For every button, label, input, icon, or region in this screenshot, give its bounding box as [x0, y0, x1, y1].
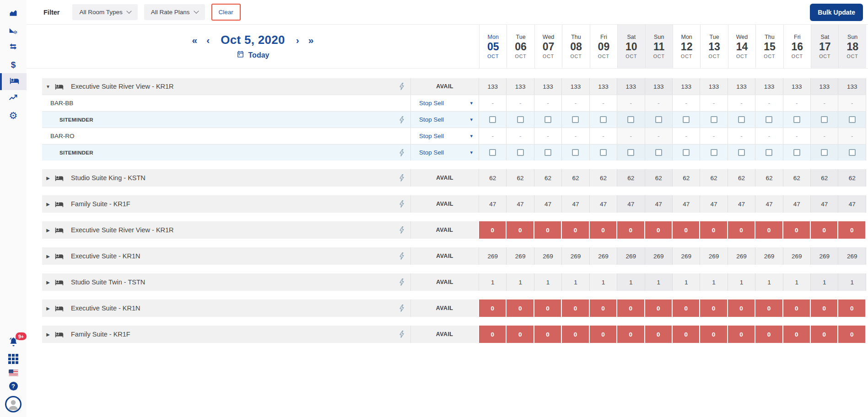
availability-checkbox[interactable] [627, 116, 634, 123]
room-group-row[interactable]: ▶Executive Suite - KR1NAVAIL000000000000… [42, 299, 866, 317]
availability-checkbox[interactable] [793, 116, 800, 123]
current-date[interactable]: Oct 5, 2020 [221, 33, 285, 47]
sidebar-item-trends[interactable] [0, 90, 27, 107]
dash-cell: - [645, 128, 673, 144]
stop-sell-dropdown[interactable]: Stop Sell▾ [410, 144, 479, 160]
bulk-update-button[interactable]: Bulk Update [810, 4, 863, 21]
availability-checkbox[interactable] [517, 116, 524, 123]
expand-caret-icon[interactable]: ▶ [44, 306, 52, 311]
room-type-block: ▶Executive Suite River View - KR1RAVAIL0… [42, 221, 866, 239]
availability-checkbox[interactable] [655, 149, 662, 156]
availability-checkbox[interactable] [738, 149, 745, 156]
availability-checkbox[interactable] [849, 116, 856, 123]
user-avatar[interactable] [5, 396, 22, 412]
stop-sell-dropdown[interactable]: Stop Sell▾ [410, 112, 479, 128]
sidebar-item-rooms[interactable] [0, 73, 27, 90]
avail-value-cell: 133 [534, 78, 562, 95]
avail-value-cell: 0 [562, 221, 589, 239]
avail-value-cell: 0 [645, 299, 673, 317]
day-column-header: Sun11OCT [645, 25, 673, 68]
room-group-row[interactable]: ▼Executive Suite River View - KR1RAVAIL1… [42, 78, 866, 95]
availability-checkbox[interactable] [545, 116, 551, 123]
room-group-row[interactable]: ▶Studio Suite Twin - TSTNAVAIL1111111111… [42, 273, 866, 291]
apps-grid-button[interactable] [8, 354, 18, 364]
availability-checkbox[interactable] [683, 116, 690, 123]
notifications-button[interactable]: 9+ [7, 337, 19, 348]
availability-checkbox[interactable] [711, 116, 717, 123]
avail-value-cell: 0 [673, 299, 700, 317]
sidebar-item-analytics[interactable] [0, 22, 27, 39]
today-button[interactable]: Today [237, 50, 270, 60]
day-column-header: Tue06OCT [507, 25, 534, 68]
avail-value-cell: 133 [728, 78, 755, 95]
availability-checkbox[interactable] [517, 149, 524, 156]
avail-value-cell: 62 [811, 169, 838, 187]
sidebar-item-dashboard[interactable] [0, 5, 27, 22]
prev-arrow[interactable]: ‹ [202, 35, 214, 45]
stop-sell-dropdown[interactable]: Stop Sell▾ [410, 95, 479, 111]
room-group-row[interactable]: ▶Studio Suite King - KSTNAVAIL6262626262… [42, 169, 866, 187]
sidebar-item-rates[interactable]: $ [0, 56, 27, 73]
checkbox-cell [479, 144, 507, 160]
avail-value-cell: 0 [590, 299, 617, 317]
sidebar-nav: $ ⚙ [0, 0, 27, 124]
day-number: 09 [598, 41, 610, 53]
avail-value-cell: 0 [811, 326, 838, 343]
expand-caret-icon[interactable]: ▶ [44, 176, 52, 181]
checkbox-cell [755, 144, 783, 160]
language-flag-button[interactable] [9, 369, 18, 376]
dash-cell: - [534, 95, 562, 111]
availability-checkbox[interactable] [572, 116, 579, 123]
room-group-row[interactable]: ▶Family Suite - KR1FAVAIL00000000000000 [42, 326, 866, 343]
avail-value-cell: 62 [617, 169, 645, 187]
day-month: OCT [598, 53, 609, 59]
availability-checkbox[interactable] [572, 149, 579, 156]
availability-checkbox[interactable] [600, 116, 607, 123]
stop-sell-dropdown[interactable]: Stop Sell▾ [410, 128, 479, 144]
availability-checkbox[interactable] [821, 149, 828, 156]
availability-checkbox[interactable] [545, 149, 551, 156]
expand-caret-icon[interactable]: ▶ [44, 254, 52, 259]
expand-caret-icon[interactable]: ▶ [44, 332, 52, 337]
bed-icon [55, 304, 64, 313]
checkbox-cell [811, 144, 838, 160]
availability-checkbox[interactable] [600, 149, 607, 156]
today-label: Today [248, 51, 270, 59]
availability-checkbox[interactable] [627, 149, 634, 156]
avail-value-cell: 269 [562, 247, 589, 265]
expand-caret-icon[interactable]: ▶ [44, 202, 52, 207]
first-page-arrow[interactable]: « [188, 35, 202, 45]
channel-row: SITEMINDERStop Sell▾ [42, 144, 866, 160]
availability-checkbox[interactable] [738, 116, 745, 123]
room-group-row[interactable]: ▶Executive Suite - KR1NAVAIL269269269269… [42, 247, 866, 265]
clear-filters-button[interactable]: Clear [211, 4, 241, 21]
checkbox-cell [617, 112, 645, 128]
dash-cell: - [617, 95, 645, 111]
room-group-row[interactable]: ▶Family Suite - KR1FAVAIL474747474747474… [42, 195, 866, 213]
last-page-arrow[interactable]: » [304, 35, 318, 45]
availability-checkbox[interactable] [489, 149, 496, 156]
avail-value-cell: 0 [590, 326, 617, 343]
sidebar-item-channels[interactable] [0, 39, 27, 56]
availability-checkbox[interactable] [489, 116, 496, 123]
availability-checkbox[interactable] [766, 116, 772, 123]
expand-caret-icon[interactable]: ▶ [44, 228, 52, 233]
expand-caret-icon[interactable]: ▶ [44, 280, 52, 285]
availability-checkbox[interactable] [683, 149, 690, 156]
room-types-dropdown[interactable]: All Room Types [72, 4, 137, 20]
day-column-header: Tue13OCT [700, 25, 728, 68]
availability-checkbox[interactable] [655, 116, 662, 123]
help-button[interactable]: ? [9, 382, 18, 390]
room-group-row[interactable]: ▶Executive Suite River View - KR1RAVAIL0… [42, 221, 866, 239]
checkbox-cell [562, 144, 589, 160]
day-number: 12 [681, 41, 693, 53]
collapse-caret-icon[interactable]: ▼ [44, 84, 52, 89]
availability-checkbox[interactable] [711, 149, 717, 156]
availability-checkbox[interactable] [821, 116, 828, 123]
rate-plans-dropdown[interactable]: All Rate Plans [144, 4, 205, 20]
sidebar-item-settings[interactable]: ⚙ [0, 107, 27, 124]
availability-checkbox[interactable] [793, 149, 800, 156]
availability-checkbox[interactable] [766, 149, 772, 156]
availability-checkbox[interactable] [849, 149, 856, 156]
next-arrow[interactable]: › [291, 35, 304, 45]
